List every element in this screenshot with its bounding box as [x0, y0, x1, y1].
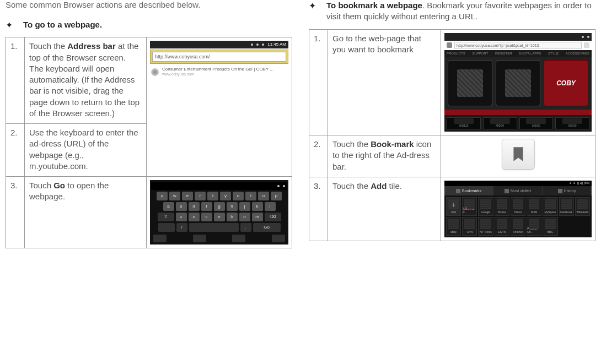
bookmark-tile[interactable]: MSN: [527, 197, 541, 216]
step-number: 3.: [6, 177, 25, 248]
star-icon: ★: [464, 205, 468, 210]
go-key[interactable]: Go: [253, 223, 281, 232]
backspace-key[interactable]: ⌫: [265, 213, 281, 221]
bookmark-tile[interactable]: ESPN: [495, 217, 509, 236]
address-bar[interactable]: http://www.cobyusa.com/: [150, 50, 288, 64]
clock-icon: [558, 189, 562, 193]
brand-logo: COBY: [544, 60, 588, 106]
step-number: 2.: [6, 124, 25, 177]
status-bar: 8:41 PM: [444, 181, 592, 186]
bookmark-tile[interactable]: BBC: [543, 217, 557, 236]
step-text: Touch the Book-mark icon to the right of…: [328, 135, 441, 177]
cross-icon: ✦: [6, 19, 15, 30]
right-column: ✦ To bookmark a webpage. Bookmark your f…: [309, 0, 595, 248]
screenshot-bookmarks-screen: 8:41 PM Bookmarks Most visited History A…: [441, 177, 595, 241]
screenshot-keyboard: q w e r t y u i o p a: [147, 177, 292, 248]
step-number: 1.: [6, 37, 25, 124]
clock: 11:45 AM: [267, 42, 286, 48]
step-number: 2.: [309, 135, 328, 177]
bookmark-tile[interactable]: Picasa: [495, 197, 509, 216]
dot-key[interactable]: .: [240, 223, 251, 232]
left-steps-table: 1. Touch the Address bar at the top of t…: [6, 37, 292, 248]
bookmark-tile[interactable]: CNN: [462, 217, 477, 236]
bookmark-tile[interactable]: Weather Ch...: [527, 217, 541, 236]
suggestion-row[interactable]: Consumer Entertainment Products On the G…: [150, 65, 288, 78]
right-heading: ✦ To bookmark a webpage. Bookmark your f…: [309, 0, 595, 23]
tab-bookmarks[interactable]: Bookmarks: [444, 186, 493, 195]
status-bar: [444, 33, 592, 41]
shift-key[interactable]: ⇧: [158, 213, 174, 221]
product-thumb[interactable]: MID70: [483, 117, 517, 129]
bookmark-tile[interactable]: eBay: [446, 217, 461, 236]
bookmark-tile[interactable]: MySpace: [543, 197, 557, 216]
step-text: Touch Go to open the webpage.: [25, 177, 147, 248]
right-heading-bold: To bookmark a webpage: [326, 1, 422, 10]
step-text: Touch the Add tile.: [328, 177, 441, 241]
screenshot-bookmark-icon: [441, 135, 595, 177]
screenshot-coby-page: http://www.cobyusa.com/?p=pcat&pcat_id=1…: [441, 29, 595, 135]
bookmark-ribbon-icon: [511, 146, 525, 162]
step-text: Touch the Address bar at the top of the …: [25, 37, 147, 124]
keyboard-row[interactable]: ⇧ z x c v b n m ⌫: [151, 213, 287, 221]
product-thumb[interactable]: MID125: [447, 117, 481, 129]
left-heading: ✦ To go to a webpage.: [6, 19, 292, 30]
space-key[interactable]: [189, 223, 239, 232]
favicon-icon: [151, 68, 159, 76]
left-column: Some common Browser actions are describe…: [6, 0, 292, 248]
step-text: Use the keyboard to enter the ad-dress (…: [25, 124, 147, 177]
bookmark-tile[interactable]: Wikipedia: [575, 197, 590, 216]
bookmark-tile[interactable]: Google: [478, 197, 493, 216]
address-bar[interactable]: http://www.cobyusa.com/?p=pcat&pcat_id=1…: [454, 42, 582, 49]
right-steps-table: 1. Go to the web-page that you want to b…: [309, 29, 595, 242]
list-icon: [505, 189, 509, 193]
product-thumb[interactable]: MID80: [519, 117, 554, 129]
address-bar-input[interactable]: http://www.cobyusa.com/: [152, 52, 286, 62]
tab-history[interactable]: History: [543, 186, 592, 195]
keyboard-row[interactable]: q w e r t y u i o p: [151, 192, 287, 200]
bookmark-tile[interactable]: Facebook: [559, 197, 574, 216]
window-icon[interactable]: [447, 42, 452, 48]
step-number: 3.: [309, 177, 328, 241]
slash-key[interactable]: /: [176, 223, 187, 232]
bookmark-tile[interactable]: Amazon: [511, 217, 525, 236]
product-thumb[interactable]: MID90: [555, 117, 589, 129]
status-bar: 11:45 AM: [150, 41, 288, 48]
keyboard-row[interactable]: a s d f g h j k l: [151, 202, 287, 211]
hero-image: [448, 60, 492, 106]
bookmark-tile[interactable]: Yahoo!: [511, 197, 525, 216]
hero-image: [496, 60, 540, 106]
bookmark-tile[interactable]: ★Tablets & P...: [462, 197, 477, 216]
site-nav: PRODUCTSSUPPORTREGISTERDIGITAL APPSSTYLE…: [444, 50, 592, 57]
bookmark-button[interactable]: [502, 139, 535, 170]
cross-icon: ✦: [309, 0, 319, 11]
add-tile[interactable]: Add: [446, 197, 461, 216]
bookmark-grid: Add ★Tablets & P... Google Picasa Yahoo!…: [444, 195, 592, 237]
intro-text: Some common Browser actions are describe…: [6, 0, 292, 9]
star-icon: [456, 189, 460, 193]
bookmark-tile[interactable]: NY Times: [478, 217, 493, 236]
tab-bar: Bookmarks Most visited History: [444, 186, 592, 195]
keyboard-row[interactable]: / . Go: [151, 223, 287, 232]
symbols-key[interactable]: [158, 223, 175, 232]
tab-most-visited[interactable]: Most visited: [493, 186, 543, 195]
left-heading-text: To go to a webpage.: [23, 20, 102, 29]
step-number: 1.: [309, 29, 328, 135]
step-text: Go to the web-page that you want to book…: [328, 29, 441, 135]
bookmark-icon[interactable]: [584, 42, 589, 48]
screenshot-address-bar: 11:45 AM http://www.cobyusa.com/ Consume…: [147, 37, 292, 177]
